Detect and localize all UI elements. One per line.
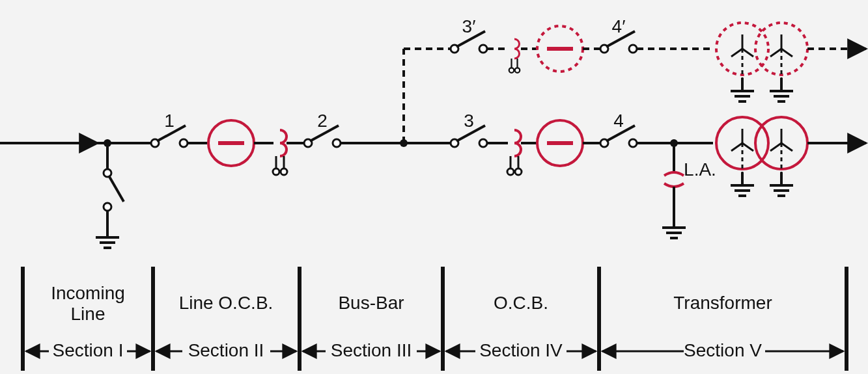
main-bus: 1 2 3 4 L.A. — [0, 111, 866, 248]
section-2-title: Line O.C.B. — [179, 293, 273, 313]
section-1-label: Section I — [53, 340, 124, 360]
section-4-title: O.C.B. — [494, 293, 548, 313]
isolator-2-label: 2 — [317, 111, 328, 131]
section-2-label: Section II — [188, 340, 264, 360]
earth-switch-ground-icon — [96, 224, 119, 248]
section-3-label: Section III — [331, 340, 412, 360]
section-5-label: Section V — [684, 340, 762, 360]
svg-line-38 — [109, 176, 124, 202]
section-1-title-2: Line — [71, 304, 105, 324]
isolator-1-label: 1 — [164, 111, 175, 131]
lightning-arrester: L.A. — [662, 143, 716, 238]
section-1-title-1: Incoming — [51, 283, 125, 303]
isolator-4p-label: 4′ — [612, 16, 626, 36]
transformer-spare — [716, 23, 807, 101]
section-4-label: Section IV — [479, 340, 563, 360]
isolator-3p-label: 3′ — [462, 16, 476, 36]
spare-ocb — [537, 26, 583, 72]
section-labels: Incoming Line Line O.C.B. Bus-Bar O.C.B.… — [23, 267, 847, 371]
substation-single-line-diagram: 1 2 3 4 L.A. — [0, 0, 868, 374]
section-5-title: Transformer — [673, 293, 772, 313]
svg-point-39 — [104, 203, 111, 211]
feeder-ct — [507, 130, 522, 175]
line-ct — [273, 130, 287, 175]
la-label: L.A. — [684, 159, 716, 180]
isolator-4-label: 4 — [613, 111, 624, 131]
section-3-title: Bus-Bar — [338, 293, 404, 313]
isolator-3-label: 3 — [464, 111, 474, 131]
feeder-ocb — [537, 120, 583, 166]
line-ocb — [208, 120, 254, 166]
transformer-main — [716, 117, 807, 196]
